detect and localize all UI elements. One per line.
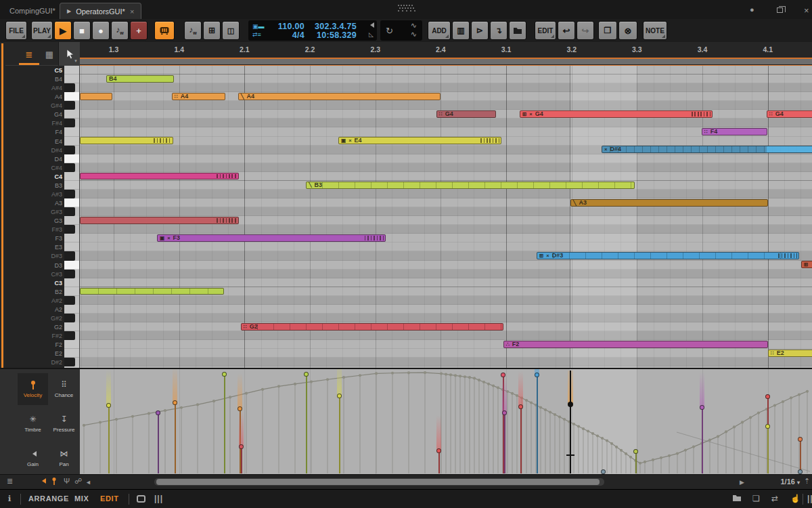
velocity-point[interactable] bbox=[518, 404, 523, 409]
piano-key-E2[interactable] bbox=[64, 349, 80, 358]
midi-note-C4[interactable] bbox=[80, 173, 239, 180]
play-time-value[interactable]: 10:58.329 bbox=[308, 30, 357, 40]
piano-key-D#2[interactable] bbox=[64, 358, 80, 366]
scrollbar-thumb[interactable] bbox=[156, 479, 600, 485]
dual-panel-button[interactable]: ◫ bbox=[222, 21, 240, 40]
piano-key-C5[interactable] bbox=[64, 66, 80, 75]
play-menu-button[interactable]: PLAY bbox=[31, 21, 53, 40]
expression-tab-velocity[interactable]: Velocity bbox=[18, 373, 48, 405]
velocity-point[interactable] bbox=[798, 437, 803, 442]
piano-key-A3[interactable] bbox=[64, 198, 80, 207]
audio-engine-icon[interactable] bbox=[367, 22, 374, 29]
play-cursor-button[interactable]: ⊳ bbox=[471, 21, 489, 40]
groove-wave-icon[interactable]: ∿ bbox=[411, 21, 417, 30]
velocity-stem[interactable] bbox=[537, 375, 538, 473]
play-position-value[interactable]: 302.3.4.75 bbox=[308, 22, 357, 31]
velocity-point[interactable] bbox=[798, 469, 803, 474]
midi-note-E4[interactable] bbox=[80, 137, 173, 144]
restore-window-icon[interactable] bbox=[777, 6, 783, 14]
piano-key-C#3[interactable] bbox=[64, 270, 80, 278]
expression-tab-gain[interactable]: Gain bbox=[18, 442, 48, 474]
piano-key-B2[interactable] bbox=[64, 287, 80, 296]
grid-play-icon[interactable]: ▶ bbox=[740, 479, 744, 486]
midi-note-D#4[interactable]: ×D#4 bbox=[602, 146, 812, 153]
piano-key-C#4[interactable] bbox=[64, 163, 80, 172]
piano-key-F3[interactable] bbox=[64, 234, 80, 242]
automation-write-button[interactable]: ♪w bbox=[111, 21, 129, 40]
add-button[interactable]: ADD bbox=[428, 21, 451, 40]
loop-toggle-icon[interactable]: ↻ bbox=[386, 26, 393, 36]
piano-key-E4[interactable] bbox=[64, 137, 80, 146]
midi-note-A4[interactable]: ∷A4 bbox=[172, 93, 225, 100]
piano-key-G4[interactable] bbox=[64, 110, 80, 119]
velocity-point[interactable] bbox=[304, 372, 309, 377]
piano-key-A#4[interactable] bbox=[64, 83, 80, 92]
browser-panel-icon[interactable] bbox=[732, 494, 742, 502]
piano-key-A#3[interactable] bbox=[64, 190, 80, 198]
midi-note-G3[interactable] bbox=[80, 217, 239, 224]
horizontal-scrollbar[interactable] bbox=[154, 478, 604, 486]
velocity-point[interactable] bbox=[601, 469, 606, 474]
loop-groove-display[interactable]: ↻ ∿ ∿ bbox=[380, 20, 422, 41]
view-arrange[interactable]: ARRANGE bbox=[28, 494, 69, 503]
close-window-icon[interactable]: × bbox=[804, 5, 809, 16]
midi-note-D#3[interactable]: ⊞ ×D#3 bbox=[537, 252, 799, 259]
midi-note-A4[interactable] bbox=[80, 93, 112, 100]
piano-key-G#2[interactable] bbox=[64, 314, 80, 322]
piano-key-C4[interactable] bbox=[64, 172, 80, 181]
piano-key-D#3[interactable] bbox=[64, 251, 80, 260]
piano-key-F4[interactable] bbox=[64, 127, 80, 136]
velocity-stem[interactable] bbox=[175, 402, 176, 473]
velocity-point[interactable] bbox=[106, 403, 111, 408]
velocity-point[interactable] bbox=[239, 444, 244, 449]
velocity-point[interactable] bbox=[436, 448, 441, 453]
midi-note-E2[interactable]: ∷E2 bbox=[768, 350, 812, 357]
overdub-button[interactable]: + bbox=[130, 21, 148, 40]
timeline-ruler[interactable]: 1.31.42.12.22.32.43.13.23.33.44.1 bbox=[80, 42, 812, 58]
expressions-visible-icon[interactable] bbox=[51, 477, 57, 487]
midi-note-B3[interactable]: ╲B3 bbox=[306, 182, 635, 189]
piano-key-G2[interactable] bbox=[64, 322, 80, 331]
edit-menu-button[interactable]: EDIT bbox=[535, 21, 556, 40]
keyboard-display-button[interactable]: ▥ bbox=[452, 21, 470, 40]
info-icon[interactable]: ℹ bbox=[8, 494, 12, 503]
note-grid[interactable]: B4∷A4╲A4∷G4⊞ ×G4∷G4∷F4▣ ×E4×D#4╲B3╲A3▣ ×… bbox=[80, 66, 812, 368]
midi-note-A3[interactable]: ╲A3 bbox=[570, 199, 768, 207]
display-shuffle-icon[interactable]: ⇄≡ bbox=[252, 31, 261, 38]
minimize-icon[interactable]: ● bbox=[750, 5, 754, 14]
project-tab-operators[interactable]: ▶ OperatorsGUI* × bbox=[60, 3, 141, 19]
record-button[interactable]: ● bbox=[92, 21, 110, 40]
piano-key-G#3[interactable] bbox=[64, 207, 80, 216]
pointer-tool-button[interactable]: ▼ bbox=[58, 42, 80, 66]
expression-tab-chance[interactable]: ⠿Chance bbox=[49, 373, 79, 405]
piano-key-B3[interactable] bbox=[64, 181, 80, 190]
velocity-stem[interactable] bbox=[339, 396, 340, 473]
columns-icon[interactable]: ||| bbox=[154, 494, 163, 503]
grid-resolution[interactable]: 1/16 ▾ bbox=[781, 478, 800, 486]
midi-note-A4[interactable]: ╲A4 bbox=[238, 93, 441, 100]
layers-small-icon[interactable]: ≣ bbox=[7, 477, 13, 486]
inspector-panel-icon[interactable]: ❏ bbox=[752, 494, 760, 503]
piano-keyboard[interactable] bbox=[64, 66, 80, 368]
tempo-value[interactable]: 110.00 bbox=[272, 22, 304, 31]
metronome-small-icon[interactable]: ◺ bbox=[369, 31, 374, 38]
note-menu-button[interactable]: NOTE bbox=[643, 21, 667, 40]
tab-close-icon[interactable]: × bbox=[130, 7, 134, 16]
midi-note-G4[interactable]: ∷G4 bbox=[436, 110, 496, 118]
piano-key-B4[interactable] bbox=[64, 75, 80, 83]
piano-key-G3[interactable] bbox=[64, 216, 80, 225]
piano-key-F#4[interactable] bbox=[64, 119, 80, 127]
metronome-button[interactable] bbox=[154, 21, 175, 40]
note-lanes-button[interactable]: ≣ bbox=[20, 46, 38, 62]
expression-tab-pan[interactable]: ⋈Pan bbox=[49, 442, 79, 474]
device-panel-icon[interactable]: ⇄ bbox=[771, 494, 778, 503]
velocity-stem[interactable] bbox=[224, 374, 225, 473]
piano-key-D#4[interactable] bbox=[64, 146, 80, 154]
browser-button[interactable] bbox=[509, 21, 526, 40]
velocity-stem[interactable] bbox=[158, 412, 159, 473]
follow-playhead-icon[interactable]: ⇡ bbox=[804, 477, 810, 486]
velocity-point[interactable] bbox=[535, 373, 539, 377]
piano-key-G#4[interactable] bbox=[64, 101, 80, 110]
velocity-stem[interactable] bbox=[635, 451, 637, 473]
piano-key-A4[interactable] bbox=[64, 92, 80, 101]
